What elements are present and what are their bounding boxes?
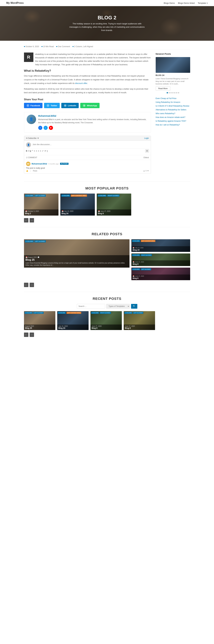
recent-next-button[interactable]: →	[30, 332, 34, 337]
author-facebook-button[interactable]: f	[38, 126, 42, 130]
sidebar-link-5[interactable]: How does an Amazon rebate work?	[156, 116, 190, 119]
author-youtube-button[interactable]: ▶	[49, 126, 53, 130]
related-main-post[interactable]: 2 COLUMN LEFT ALIGNED 📅 August 2020 💬 Bl…	[24, 239, 130, 280]
related-side-1-img: 1 COLUMN RIGHT ALIGNED 📅 June 27, 2020 B…	[131, 254, 190, 266]
dot-3[interactable]	[170, 92, 172, 94]
sidebar-read-more-button[interactable]: Read More	[156, 86, 170, 90]
recent-post-3[interactable]: 1 COLUMN LEFT ALIGNED June 27, 2020 Blog…	[124, 311, 155, 330]
dot-1[interactable]	[167, 92, 168, 94]
comment-like[interactable]: 👍	[26, 170, 28, 172]
popular-post-1-footer: 📅 July 10, 2020 Blog 24	[60, 210, 95, 216]
dot-2[interactable]	[169, 92, 170, 94]
sidebar: Newest Posts BLOG 24 Learn These Essenti…	[156, 52, 190, 177]
recent-0-tags: 2 COLUMN LEFT ALIGNED	[25, 312, 44, 314]
popular-next-button[interactable]: →	[30, 218, 34, 222]
popular-post-1-tags: 1 COLUMN LEFT CONTENT AREA	[61, 194, 87, 197]
dot-4[interactable]	[172, 92, 174, 94]
cal-icon-side0: 📅	[133, 247, 134, 248]
toolbar-list2[interactable]: ≡	[36, 150, 37, 152]
recent-search-button[interactable]: 🔍	[131, 304, 137, 309]
recent-post-2[interactable]: 1 COLUMN RIGHT ALIGNED June 27, 2020 Blo…	[91, 311, 122, 330]
discount-link[interactable]: discount offer	[75, 82, 87, 84]
recent-posts-nav: ← →	[24, 332, 190, 337]
nav-link-template1[interactable]: Template 1	[198, 2, 208, 4]
comments-login[interactable]: Login	[144, 137, 149, 139]
related-bottom-post-0[interactable]: 1 COLUMN LEFT ALIGNED 📅 June 27, 2020 Bl…	[131, 268, 190, 280]
popular-post-0-footer: 📅 October 9, 2020 Blog 2	[24, 210, 58, 216]
vote-down[interactable]: ▼	[147, 170, 149, 172]
toolbar-italic[interactable]: I	[28, 150, 29, 152]
comment-item-header: MB Muhammad.Billal 4 months ago AUTHOR	[26, 162, 149, 166]
comments-header: ✉ Subscribe ▼ Login	[24, 136, 151, 141]
popular-post-2-img: 1 COLUMN RIGHT ALIGNED 📅 June 27, 2020 B…	[97, 194, 131, 216]
comment-badge: AUTHOR	[60, 163, 69, 165]
recent-post-0-img: 2 COLUMN LEFT ALIGNED August 2020 Blog 2…	[24, 311, 55, 330]
toolbar-divider[interactable]: |	[47, 150, 47, 152]
popular-post-0[interactable]: 1 COLUMN LEFT ALIGNED 📅 October 9, 2020 …	[24, 194, 58, 216]
toolbar-quote[interactable]: "	[32, 150, 33, 152]
related-prev-button[interactable]: ←	[24, 283, 28, 287]
nav-link-blogs-demo-tinted[interactable]: Blogs Demo tinted	[178, 2, 195, 4]
site-logo: My WordPress	[6, 2, 24, 4]
toolbar-undo[interactable]: ↩	[45, 150, 46, 152]
most-popular-grid: 1 COLUMN LEFT ALIGNED 📅 October 9, 2020 …	[24, 194, 190, 216]
toolbar-image[interactable]: 🖼	[145, 149, 149, 152]
share-twitter-button[interactable]: t Twitter	[44, 103, 60, 108]
comment-reply[interactable]: Reply	[33, 170, 37, 172]
sidebar-link-3[interactable]: Alternatives to RebateKey for Sellers	[156, 108, 190, 112]
recent-prev-button[interactable]: ←	[24, 332, 28, 337]
popular-prev-button[interactable]: ←	[24, 218, 28, 222]
sidebar-link-1[interactable]: Using RebateKey for Amazon	[156, 100, 190, 104]
sidebar-link-2[interactable]: Is It Worth It? A Brief RebateKey Review	[156, 104, 190, 108]
popular-post-2[interactable]: 1 COLUMN RIGHT ALIGNED 📅 June 27, 2020 B…	[97, 194, 131, 216]
toolbar-list3[interactable]: ≡	[38, 150, 39, 152]
related-posts-nav: ← →	[24, 283, 190, 287]
related-side-0-img: 2 COLUMN LEFT CONTENT AREA 📅 July 13, 20…	[131, 239, 190, 252]
share-facebook-button[interactable]: f Facebook	[24, 103, 43, 108]
nav-link-blogs-demo[interactable]: Blogs Demo	[164, 2, 175, 4]
recent-type-select[interactable]: Types of Templates	[106, 304, 130, 309]
related-main-img: 2 COLUMN LEFT ALIGNED 📅 August 2020 💬 Bl…	[24, 239, 130, 268]
toolbar-check[interactable]: ✓	[42, 150, 44, 152]
author-social: f t ▶	[38, 126, 148, 130]
meta-read-time: 10 Min Read	[42, 46, 54, 48]
hero-section: BLOG 2 The holiday season is an exciting…	[0, 6, 214, 41]
popular-post-2-tags: 1 COLUMN RIGHT ALIGNED	[98, 194, 120, 197]
sidebar-link-7[interactable]: How do I sell on RebateKey?	[156, 123, 190, 127]
share-linkedin-button[interactable]: in Linkedin	[61, 103, 79, 108]
related-bottom-0-tags: 1 COLUMN LEFT ALIGNED	[132, 268, 151, 270]
popular-post-1[interactable]: 1 COLUMN LEFT CONTENT AREA 📅 July 10, 20…	[60, 194, 95, 216]
dot-7[interactable]	[178, 92, 179, 94]
comment-dislike[interactable]: –	[30, 170, 31, 172]
linkedin-icon: in	[64, 104, 67, 107]
toolbar-underline[interactable]: U	[30, 150, 31, 152]
sidebar-link-0[interactable]: Even Cheap at Full Price	[156, 96, 190, 100]
recent-2-footer: June 27, 2020 Blog 8	[91, 324, 122, 330]
author-name: Muhammad.Billal	[38, 114, 148, 117]
recent-search-input[interactable]	[77, 304, 105, 309]
comment-input[interactable]	[33, 142, 149, 146]
dot-5[interactable]	[174, 92, 175, 94]
comment-toolbar: B I U " ≡ ≡ ≡ ≡ ✓ ↩ | 🖼	[26, 148, 149, 154]
sidebar-link-6[interactable]: Is RebateKey against Amazon TOS?	[156, 119, 190, 123]
related-next-button[interactable]: →	[30, 283, 34, 287]
dot-6[interactable]	[176, 92, 177, 94]
related-side-post-1[interactable]: 1 COLUMN RIGHT ALIGNED 📅 June 27, 2020 B…	[131, 254, 190, 266]
author-avatar-img: 👤	[27, 114, 36, 124]
article-heading: What is RebateKey?	[24, 69, 151, 72]
recent-post-0[interactable]: 2 COLUMN LEFT ALIGNED August 2020 Blog 2…	[24, 311, 55, 330]
divider-3	[24, 292, 190, 292]
comment-time: 4 months ago	[48, 163, 59, 165]
toolbar-bold[interactable]: B	[26, 150, 27, 152]
vote-up[interactable]: ▲	[143, 170, 145, 172]
popular-post-0-img: 1 COLUMN LEFT ALIGNED 📅 October 9, 2020 …	[24, 194, 58, 216]
share-whatsapp-button[interactable]: w WhatsApp	[80, 103, 100, 108]
author-twitter-button[interactable]: t	[44, 126, 48, 130]
recent-post-1[interactable]: 1 COLUMN LEFT CONTENT AREA July 10, 2020…	[57, 311, 89, 330]
toolbar-list4[interactable]: ≡	[40, 150, 41, 152]
meta-dot-date	[24, 46, 25, 47]
toolbar-list1[interactable]: ≡	[34, 150, 35, 152]
related-side-post-0[interactable]: 2 COLUMN LEFT CONTENT AREA 📅 July 13, 20…	[131, 239, 190, 252]
related-bottom-0-img: 1 COLUMN LEFT ALIGNED 📅 June 27, 2020 Bl…	[131, 268, 190, 280]
sidebar-link-4[interactable]: Who owns RebateKey?	[156, 112, 190, 116]
